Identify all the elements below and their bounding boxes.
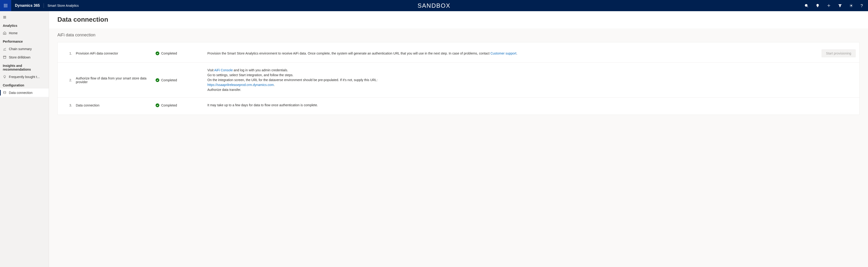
- svg-point-21: [3, 91, 6, 92]
- step-status: Completed: [156, 52, 205, 55]
- waffle-icon: [4, 4, 7, 7]
- checkmark-icon: [156, 52, 159, 55]
- step-title: Authorize flow of data from your smart s…: [76, 76, 153, 84]
- sidebar-item-label: Home: [9, 31, 18, 35]
- checkmark-icon: [156, 103, 159, 107]
- nav-group-insights: Insights and recommendations: [0, 62, 49, 73]
- svg-rect-5: [6, 5, 7, 6]
- svg-rect-7: [5, 6, 6, 7]
- sidebar: Analytics Home Performance Chain summary…: [0, 11, 49, 267]
- sidebar-item-label: Frequently bought t...: [9, 75, 40, 79]
- step-action: Start provisioning: [809, 49, 856, 57]
- svg-rect-0: [4, 4, 5, 5]
- svg-point-9: [805, 4, 807, 6]
- help-button[interactable]: ?: [857, 0, 868, 11]
- svg-rect-1: [5, 4, 6, 5]
- step-status: Completed: [156, 103, 205, 107]
- step-status-label: Completed: [161, 78, 177, 82]
- sidebar-item-label: Data connection: [9, 91, 32, 95]
- global-header: Dynamics 365 Smart Store Analytics SANDB…: [0, 0, 868, 11]
- step-number: 2.: [61, 78, 73, 82]
- step-description: Provision the Smart Store Analytics envi…: [207, 51, 806, 56]
- sidebar-item-label: Store drilldown: [9, 56, 31, 59]
- brand-label[interactable]: Dynamics 365: [11, 0, 43, 11]
- gear-icon: [849, 4, 853, 7]
- store-icon: [3, 56, 6, 59]
- app-launcher-button[interactable]: [0, 0, 11, 11]
- step-number: 1.: [61, 52, 73, 55]
- step-status-label: Completed: [161, 103, 177, 107]
- sidebar-item-frequently-bought[interactable]: Frequently bought t...: [0, 73, 49, 81]
- lightbulb-icon: [816, 4, 819, 7]
- step-status-label: Completed: [161, 52, 177, 55]
- step-status: Completed: [156, 78, 205, 82]
- sidebar-item-label: Chain summary: [9, 47, 32, 51]
- svg-point-15: [851, 5, 852, 6]
- insights-button[interactable]: [812, 0, 823, 11]
- chart-line-icon: [3, 47, 6, 51]
- checkmark-icon: [156, 78, 159, 82]
- step-title: Data connection: [76, 103, 153, 107]
- sidebar-item-data-connection[interactable]: Data connection: [0, 89, 49, 97]
- sidebar-item-chain-summary[interactable]: Chain summary: [0, 45, 49, 53]
- filter-icon: [838, 4, 842, 7]
- step-description: Visit AiFi Console and log in with you a…: [207, 68, 806, 92]
- sidebar-toggle-button[interactable]: [0, 13, 49, 22]
- section-title: AiFi data connection: [49, 28, 868, 40]
- svg-rect-2: [6, 4, 7, 5]
- aifi-console-link[interactable]: AiFi Console: [214, 68, 232, 72]
- customer-support-link[interactable]: Customer support: [490, 52, 516, 55]
- svg-rect-6: [4, 6, 5, 7]
- step-row: 1. Provision AiFi data connector Complet…: [58, 44, 859, 62]
- settings-button[interactable]: [846, 0, 857, 11]
- svg-rect-19: [3, 57, 6, 59]
- environment-label: SANDBOX: [0, 2, 868, 9]
- plus-icon: [827, 4, 831, 7]
- step-row: 3. Data connection Completed It may take…: [58, 97, 859, 113]
- nav-group-configuration: Configuration: [0, 81, 49, 89]
- app-name-label[interactable]: Smart Store Analytics: [44, 0, 83, 11]
- page-header: Data connection: [49, 11, 868, 28]
- steps-card: 1. Provision AiFi data connector Complet…: [57, 42, 860, 115]
- svg-line-10: [807, 6, 808, 7]
- nav-group-performance: Performance: [0, 37, 49, 45]
- help-icon: ?: [861, 4, 864, 7]
- lightbulb-icon: [3, 75, 6, 79]
- sidebar-item-home[interactable]: Home: [0, 29, 49, 37]
- sidebar-item-store-drilldown[interactable]: Store drilldown: [0, 53, 49, 62]
- start-provisioning-button: Start provisioning: [822, 49, 856, 57]
- svg-rect-3: [4, 5, 5, 6]
- nav-group-analytics: Analytics: [0, 22, 49, 29]
- svg-rect-8: [6, 6, 7, 7]
- svg-marker-14: [839, 4, 841, 7]
- step-description: It may take up to a few days for data to…: [207, 103, 806, 108]
- search-icon: [805, 4, 808, 7]
- hamburger-icon: [3, 15, 6, 19]
- header-actions: ?: [801, 0, 868, 11]
- home-icon: [3, 31, 6, 35]
- add-button[interactable]: [823, 0, 834, 11]
- data-connection-icon: [3, 91, 6, 95]
- page-title: Data connection: [57, 16, 860, 23]
- main-content: Data connection AiFi data connection 1. …: [49, 11, 868, 267]
- step-title: Provision AiFi data connector: [76, 52, 153, 55]
- step-number: 3.: [61, 103, 73, 107]
- search-button[interactable]: [801, 0, 812, 11]
- svg-rect-4: [5, 5, 6, 6]
- filter-button[interactable]: [834, 0, 846, 11]
- dataverse-url-link[interactable]: https://ssaaprilreleaseprod.crm.dynamics…: [207, 83, 274, 87]
- step-row: 2. Authorize flow of data from your smar…: [58, 62, 859, 97]
